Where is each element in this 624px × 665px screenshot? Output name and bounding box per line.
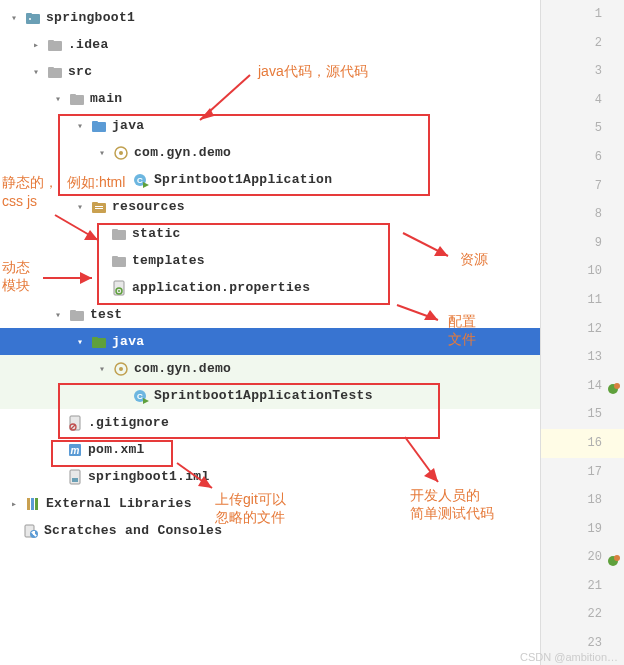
tree-node-external-libraries[interactable]: ▸ External Libraries bbox=[0, 490, 540, 517]
gutter-line: 5 bbox=[541, 114, 624, 143]
node-label: static bbox=[132, 226, 181, 241]
svg-rect-30 bbox=[92, 337, 98, 340]
chevron-right-icon[interactable]: ▸ bbox=[6, 496, 22, 512]
tree-node-templates[interactable]: templates bbox=[0, 247, 540, 274]
properties-file-icon bbox=[110, 279, 128, 297]
gutter-line: 18 bbox=[541, 486, 624, 515]
tree-node-test[interactable]: ▾ test bbox=[0, 301, 540, 328]
folder-icon bbox=[68, 90, 86, 108]
node-label: main bbox=[90, 91, 122, 106]
chevron-down-icon[interactable]: ▾ bbox=[50, 91, 66, 107]
chevron-down-icon[interactable]: ▾ bbox=[72, 334, 88, 350]
svg-rect-43 bbox=[27, 498, 30, 510]
chevron-down-icon[interactable]: ▾ bbox=[94, 361, 110, 377]
svg-point-32 bbox=[119, 367, 123, 371]
tree-node-iml[interactable]: springboot1.iml bbox=[0, 463, 540, 490]
tree-node-app-test[interactable]: C Sprintboot1ApplicationTests bbox=[0, 382, 540, 409]
svg-rect-45 bbox=[35, 498, 38, 510]
tree-node-pom[interactable]: m pom.xml bbox=[0, 436, 540, 463]
libraries-icon bbox=[24, 495, 42, 513]
gutter-marker-icon bbox=[606, 551, 620, 565]
folder-icon bbox=[68, 306, 86, 324]
tree-node-java-test[interactable]: ▾ java bbox=[0, 328, 540, 355]
svg-marker-15 bbox=[143, 182, 149, 188]
package-icon bbox=[112, 360, 130, 378]
tree-node-src[interactable]: ▾ src bbox=[0, 58, 540, 85]
node-label: Sprintboot1Application bbox=[154, 172, 332, 187]
node-label: .gitignore bbox=[88, 415, 169, 430]
package-icon bbox=[112, 144, 130, 162]
gutter-line: 11 bbox=[541, 286, 624, 315]
node-label: resources bbox=[112, 199, 185, 214]
node-label: application.properties bbox=[132, 280, 310, 295]
tree-node-main[interactable]: ▾ main bbox=[0, 85, 540, 112]
tree-node-java-main[interactable]: ▾ java bbox=[0, 112, 540, 139]
svg-rect-1 bbox=[26, 13, 32, 16]
tree-node-resources[interactable]: ▾ resources bbox=[0, 193, 540, 220]
tree-node-app-main[interactable]: C Sprintboot1Application bbox=[0, 166, 540, 193]
node-label: com.gyn.demo bbox=[134, 361, 231, 376]
gutter-marker-icon bbox=[606, 379, 620, 393]
svg-text:C: C bbox=[137, 392, 143, 401]
svg-point-2 bbox=[29, 18, 31, 20]
tree-node-idea[interactable]: ▸ .idea bbox=[0, 31, 540, 58]
chevron-down-icon[interactable]: ▾ bbox=[50, 307, 66, 323]
scratches-icon bbox=[22, 522, 40, 540]
gutter-line: 19 bbox=[541, 515, 624, 544]
tree-node-pkg-main[interactable]: ▾ com.gyn.demo bbox=[0, 139, 540, 166]
test-folder-icon bbox=[90, 333, 108, 351]
line-gutter: 1234567891011121314151617181920212223 bbox=[540, 0, 624, 665]
gutter-line: 22 bbox=[541, 600, 624, 629]
chevron-right-icon[interactable]: ▸ bbox=[28, 37, 44, 53]
resources-folder-icon bbox=[90, 198, 108, 216]
tree-node-static[interactable]: static bbox=[0, 220, 540, 247]
gutter-line: 9 bbox=[541, 229, 624, 258]
source-folder-icon bbox=[90, 117, 108, 135]
maven-file-icon: m bbox=[66, 441, 84, 459]
gutter-line: 4 bbox=[541, 86, 624, 115]
tree-node-root[interactable]: ▾ springboot1 bbox=[0, 4, 540, 31]
svg-text:C: C bbox=[137, 176, 143, 185]
tree-node-pkg-test[interactable]: ▾ com.gyn.demo bbox=[0, 355, 540, 382]
chevron-down-icon[interactable]: ▾ bbox=[72, 118, 88, 134]
svg-rect-42 bbox=[72, 478, 78, 482]
gutter-line: 14 bbox=[541, 372, 624, 401]
class-run-icon: C bbox=[132, 171, 150, 189]
svg-point-26 bbox=[118, 290, 120, 292]
folder-icon bbox=[110, 252, 128, 270]
chevron-down-icon[interactable]: ▾ bbox=[6, 10, 22, 26]
gutter-line: 20 bbox=[541, 543, 624, 572]
svg-marker-35 bbox=[143, 398, 149, 404]
node-label: src bbox=[68, 64, 92, 79]
class-run-icon: C bbox=[132, 387, 150, 405]
node-label: com.gyn.demo bbox=[134, 145, 231, 160]
node-label: java bbox=[112, 334, 144, 349]
svg-rect-23 bbox=[112, 256, 118, 259]
node-label: templates bbox=[132, 253, 205, 268]
gutter-line: 3 bbox=[541, 57, 624, 86]
node-label: Sprintboot1ApplicationTests bbox=[154, 388, 373, 403]
chevron-down-icon[interactable]: ▾ bbox=[94, 145, 110, 161]
project-tree[interactable]: ▾ springboot1 ▸ .idea ▾ src bbox=[0, 0, 540, 665]
node-label: test bbox=[90, 307, 122, 322]
folder-icon bbox=[46, 63, 64, 81]
svg-rect-18 bbox=[95, 206, 103, 207]
gutter-line: 7 bbox=[541, 172, 624, 201]
gutter-line: 10 bbox=[541, 257, 624, 286]
folder-icon bbox=[24, 9, 42, 27]
chevron-down-icon[interactable]: ▾ bbox=[72, 199, 88, 215]
chevron-down-icon[interactable]: ▾ bbox=[28, 64, 44, 80]
node-label: .idea bbox=[68, 37, 109, 52]
tree-node-gitignore[interactable]: .gitignore bbox=[0, 409, 540, 436]
node-label: springboot1.iml bbox=[88, 469, 210, 484]
gutter-line: 13 bbox=[541, 343, 624, 372]
node-label: java bbox=[112, 118, 144, 133]
svg-rect-6 bbox=[48, 67, 54, 70]
svg-point-65 bbox=[614, 383, 620, 389]
tree-node-appprops[interactable]: application.properties bbox=[0, 274, 540, 301]
gutter-line: 15 bbox=[541, 400, 624, 429]
svg-rect-28 bbox=[70, 310, 76, 313]
tree-node-scratches[interactable]: Scratches and Consoles bbox=[0, 517, 540, 544]
gitignore-file-icon bbox=[66, 414, 84, 432]
node-label: External Libraries bbox=[46, 496, 192, 511]
